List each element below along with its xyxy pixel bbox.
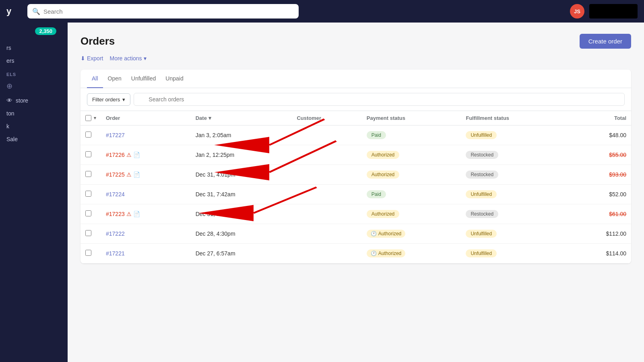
fulfillment-status-cell: Unfulfilled: [461, 244, 570, 263]
payment-status-cell: Authorized: [362, 204, 461, 224]
order-customer: [292, 204, 361, 224]
order-customer: [292, 185, 361, 204]
global-search-bar[interactable]: 🔍: [27, 4, 299, 19]
filters-row: Filter orders ▾ 🔍: [80, 88, 631, 111]
col-payment-status: Payment status: [362, 111, 461, 125]
page-header: Orders Create order: [80, 34, 631, 49]
doc-icon[interactable]: 📄: [133, 211, 140, 217]
global-search-input[interactable]: [43, 8, 294, 15]
payment-status-badge: Paid: [367, 190, 386, 198]
order-customer: [292, 125, 361, 145]
sidebar-item-sale[interactable]: Sale: [0, 133, 68, 146]
order-date: Dec 27, 6:57am: [191, 244, 292, 263]
table-row: #17222 Dec 28, 4:30pm🕐AuthorizedUnfulfil…: [80, 224, 631, 244]
order-link[interactable]: #17221: [106, 250, 186, 257]
sidebar-item-label: ton: [6, 110, 14, 117]
sidebar-item-store[interactable]: 👁 store: [0, 94, 68, 107]
total-value: $93.00: [609, 171, 626, 178]
order-link[interactable]: #17223 ⚠📄: [106, 211, 186, 217]
select-all-checkbox[interactable]: [85, 115, 91, 121]
sidebar: 2,350 rs ers ELS ⊕ 👁 store ton k Sale: [0, 23, 68, 362]
payment-status-cell: 🕐Authorized: [362, 244, 461, 263]
sidebar-item-label: Sale: [6, 136, 18, 142]
row-checkbox[interactable]: [85, 250, 91, 256]
order-link[interactable]: #17225 ⚠📄: [106, 171, 186, 178]
sidebar-item-ton[interactable]: ton: [0, 107, 68, 120]
doc-icon[interactable]: 📄: [133, 171, 140, 178]
order-link[interactable]: #17227: [106, 132, 186, 138]
table-row: #17226 ⚠📄Jan 2, 12:25pmAuthorizedRestock…: [80, 145, 631, 165]
payment-status-badge: Authorized: [367, 151, 399, 159]
create-order-button[interactable]: Create order: [580, 34, 631, 49]
order-total: $114.00: [570, 244, 631, 263]
row-checkbox[interactable]: [85, 230, 91, 236]
table-row: #17223 ⚠📄Dec 31, 5:55amAuthorizedRestock…: [80, 204, 631, 224]
tab-open[interactable]: Open: [103, 70, 126, 88]
tab-unpaid[interactable]: Unpaid: [161, 70, 188, 88]
row-checkbox[interactable]: [85, 132, 91, 138]
orders-table-wrapper: ▾ Order Date ▾ Customer Payment status F…: [80, 111, 631, 263]
fulfillment-status-cell: Unfulfilled: [461, 185, 570, 204]
fulfillment-status-badge: Unfulfilled: [466, 131, 497, 139]
payment-status-cell: Paid: [362, 125, 461, 145]
total-value: $48.00: [609, 132, 626, 138]
order-customer: [292, 224, 361, 244]
sidebar-item-ers[interactable]: ers: [0, 54, 68, 67]
doc-icon[interactable]: 📄: [133, 152, 140, 158]
row-checkbox[interactable]: [85, 171, 91, 177]
sidebar-item-label: k: [6, 123, 9, 130]
orders-card: All Open Unfulfilled Unpaid Filter order…: [80, 70, 631, 263]
order-total: $48.00: [570, 125, 631, 145]
filter-orders-button[interactable]: Filter orders ▾: [87, 93, 130, 106]
filter-label: Filter orders: [92, 97, 120, 103]
tab-unfulfilled[interactable]: Unfulfilled: [126, 70, 161, 88]
fulfillment-status-badge: Unfulfilled: [466, 230, 497, 238]
search-orders-input[interactable]: [134, 93, 625, 106]
sidebar-badge: 2,350: [35, 27, 56, 35]
order-customer: [292, 145, 361, 165]
order-date: Dec 28, 4:30pm: [191, 224, 292, 244]
tabs-bar: All Open Unfulfilled Unpaid: [80, 70, 631, 88]
row-checkbox[interactable]: [85, 151, 91, 157]
order-link[interactable]: #17226 ⚠📄: [106, 152, 186, 158]
sidebar-item-add[interactable]: ⊕: [0, 78, 68, 94]
sidebar-item-k[interactable]: k: [0, 120, 68, 133]
order-link[interactable]: #17222: [106, 230, 186, 237]
tab-all[interactable]: All: [87, 70, 103, 88]
total-value: $61.00: [609, 211, 626, 217]
fulfillment-status-badge: Restocked: [466, 171, 498, 179]
order-link[interactable]: #17224: [106, 191, 186, 197]
fulfillment-status-cell: Restocked: [461, 204, 570, 224]
warning-icon: ⚠: [126, 171, 132, 178]
row-checkbox[interactable]: [85, 191, 91, 197]
avatar[interactable]: JS: [570, 4, 584, 19]
col-order: Order: [101, 111, 191, 125]
fulfillment-status-cell: Restocked: [461, 145, 570, 165]
col-date[interactable]: Date ▾: [191, 111, 292, 125]
main-content: Orders Create order ⬇ Export More action…: [68, 23, 644, 362]
add-icon: ⊕: [6, 82, 12, 90]
order-total: $112.00: [570, 224, 631, 244]
warning-icon: ⚠: [126, 152, 132, 158]
payment-status-badge: Authorized: [367, 210, 399, 218]
payment-status-cell: Authorized: [362, 165, 461, 185]
table-row: #17225 ⚠📄Dec 31, 4:01pmAuthorizedRestock…: [80, 165, 631, 185]
fulfillment-status-badge: Restocked: [466, 210, 498, 218]
fulfillment-status-badge: Unfulfilled: [466, 190, 497, 198]
order-date: Jan 2, 12:25pm: [191, 145, 292, 165]
sort-icon: ▾: [208, 115, 211, 121]
top-navigation: y 🔍 JS: [0, 0, 644, 23]
order-date: Jan 3, 2:05am: [191, 125, 292, 145]
chevron-down-icon: ▾: [122, 97, 125, 103]
table-row: #17224 Dec 31, 7:42amPaidUnfulfilled$52.…: [80, 185, 631, 204]
sidebar-item-rs[interactable]: rs: [0, 41, 68, 54]
sidebar-section-els: ELS: [0, 67, 68, 78]
chevron-down-icon[interactable]: ▾: [94, 115, 96, 121]
order-date: Dec 31, 4:01pm: [191, 165, 292, 185]
sidebar-item-label: store: [16, 97, 28, 104]
page-title: Orders: [80, 35, 115, 47]
payment-status-cell: Authorized: [362, 145, 461, 165]
more-actions-link[interactable]: More actions ▾: [109, 55, 146, 62]
row-checkbox[interactable]: [85, 210, 91, 216]
export-link[interactable]: ⬇ Export: [80, 55, 103, 62]
